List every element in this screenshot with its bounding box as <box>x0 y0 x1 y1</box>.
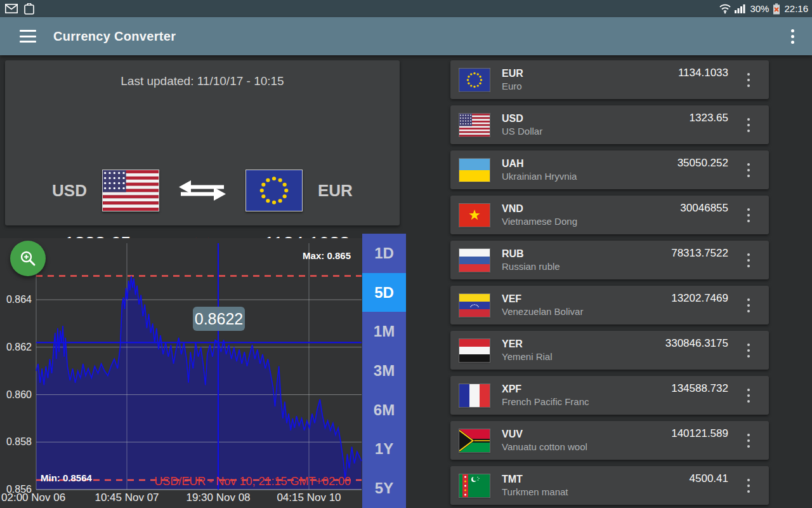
flag-ye-icon <box>459 339 490 362</box>
row-overflow-icon[interactable] <box>743 475 754 497</box>
currency-flag-icon <box>459 294 490 317</box>
currency-code: VUV <box>502 429 587 440</box>
chart-footer-label: USD/EUR - Nov 10, 21:15 GMT+02:00 <box>154 475 351 488</box>
converter-card: Last updated: 11/10/17 - 10:15 USD EUR 1… <box>5 60 400 225</box>
currency-flag-icon <box>459 114 490 137</box>
y-tick-label: 0.858 <box>0 436 32 448</box>
x-tick-label: 02:00 Nov 06 <box>1 491 65 504</box>
wifi-icon <box>719 4 731 14</box>
currency-name: Euro <box>502 81 523 91</box>
range-button-3m[interactable]: 3M <box>362 351 406 391</box>
currency-code: TMT <box>502 474 568 485</box>
currency-flag-icon <box>459 339 490 362</box>
row-overflow-icon[interactable] <box>743 250 754 271</box>
y-tick-label: 0.864 <box>0 294 32 305</box>
currency-name: French Pacific Franc <box>502 396 589 407</box>
currency-row-xpf[interactable]: XPF French Pacific Franc 134588.732 <box>450 376 769 415</box>
flag-vn-icon <box>459 204 490 227</box>
flag-vu-icon <box>459 429 490 452</box>
currency-code: VND <box>502 203 577 215</box>
currency-flag-icon <box>459 159 490 182</box>
battery-percent: 30% <box>750 3 769 14</box>
to-currency-code: EUR <box>318 181 353 201</box>
flag-ru-icon <box>459 249 490 272</box>
price-chart[interactable]: 0.8640.8620.8600.8580.856 02:00 Nov 0610… <box>0 238 362 508</box>
status-bar: 30% 22:16 <box>0 0 812 17</box>
currency-value: 78313.7522 <box>671 247 728 260</box>
currency-value: 140121.589 <box>671 427 728 440</box>
currency-code: USD <box>502 113 542 124</box>
y-tick-label: 0.862 <box>0 342 32 353</box>
app-screen: 30% 22:16 Currency Converter Last update… <box>0 0 812 508</box>
currency-value: 134588.732 <box>671 382 728 395</box>
mail-icon <box>5 4 18 13</box>
clock: 22:16 <box>784 3 808 14</box>
range-button-5y[interactable]: 5Y <box>362 469 406 508</box>
row-overflow-icon[interactable] <box>743 385 754 406</box>
currency-flag-icon <box>459 249 490 272</box>
currency-row-uah[interactable]: UAH Ukrainian Hryvnia 35050.252 <box>450 150 769 189</box>
currency-value: 330846.3175 <box>665 337 728 350</box>
currency-flag-icon <box>459 384 490 407</box>
currency-name: Russian ruble <box>502 261 560 272</box>
row-overflow-icon[interactable] <box>743 204 754 226</box>
currency-row-rub[interactable]: RUB Russian ruble 78313.7522 <box>450 241 769 279</box>
currency-row-tmt[interactable]: TMT Turkmen manat 4500.41 <box>450 466 769 505</box>
range-button-1m[interactable]: 1M <box>362 312 406 351</box>
range-button-1y[interactable]: 1Y <box>362 430 406 469</box>
flag-eu-icon <box>459 69 490 91</box>
row-overflow-icon[interactable] <box>743 295 754 316</box>
currency-value: 35050.252 <box>678 157 728 170</box>
swap-icon[interactable] <box>174 177 230 204</box>
currency-code: YER <box>502 338 553 350</box>
from-currency-flag <box>102 170 159 211</box>
currency-name: Turkmen manat <box>502 486 568 497</box>
currency-code: XPF <box>502 384 589 395</box>
currency-name: Vanuatu cotton wool <box>502 441 587 452</box>
currency-row-vnd[interactable]: VND Vietnamese Dong 30046855 <box>450 196 769 234</box>
flag-us-icon <box>103 170 159 211</box>
currency-flag-icon <box>459 474 490 497</box>
overflow-menu-icon[interactable] <box>787 25 798 48</box>
range-button-5d[interactable]: 5D <box>362 273 406 312</box>
flag-us-icon <box>459 114 490 137</box>
row-overflow-icon[interactable] <box>743 340 754 361</box>
currency-code: EUR <box>502 68 523 79</box>
row-overflow-icon[interactable] <box>743 430 754 451</box>
currency-row-vef[interactable]: VEF Venezuelan Bolivar 13202.7469 <box>450 286 769 324</box>
currency-row-usd[interactable]: USD US Dollar 1323.65 <box>450 105 769 144</box>
currency-code: VEF <box>502 293 583 305</box>
to-currency-flag <box>246 170 303 211</box>
flag-ua-icon <box>459 159 490 182</box>
currency-name: Ukrainian Hryvnia <box>502 171 577 182</box>
currency-value: 30046855 <box>680 202 728 215</box>
currency-code: UAH <box>502 158 577 170</box>
battery-x-icon <box>773 3 780 15</box>
chart-tooltip: 0.8622 <box>193 307 245 331</box>
currency-flag-icon <box>459 204 490 227</box>
magnifier-plus-icon <box>19 250 37 267</box>
page-title: Currency Converter <box>53 29 176 44</box>
signal-icon <box>735 4 746 13</box>
row-overflow-icon[interactable] <box>743 114 754 136</box>
row-overflow-icon[interactable] <box>743 69 754 91</box>
flag-tm-icon <box>459 474 490 497</box>
currency-code: RUB <box>502 248 560 260</box>
range-button-1d[interactable]: 1D <box>362 234 406 273</box>
zoom-in-button[interactable] <box>10 241 46 276</box>
currency-name: US Dollar <box>502 126 542 137</box>
menu-icon[interactable] <box>20 30 36 43</box>
currency-row-vuv[interactable]: VUV Vanuatu cotton wool 140121.589 <box>450 421 769 460</box>
x-tick-label: 04:15 Nov 10 <box>274 491 344 504</box>
range-button-6m[interactable]: 6M <box>362 391 406 430</box>
currency-row-eur[interactable]: EUR Euro 1134.1033 <box>450 60 769 99</box>
y-tick-label: 0.860 <box>0 389 32 401</box>
row-overflow-icon[interactable] <box>743 159 754 181</box>
currency-value: 4500.41 <box>690 472 728 485</box>
currency-row-yer[interactable]: YER Yemeni Rial 330846.3175 <box>450 331 769 370</box>
currency-list: EUR Euro 1134.1033 USD US Dollar 1323.65… <box>450 60 769 508</box>
from-currency-code: USD <box>52 181 87 201</box>
currency-flag-icon <box>459 69 490 91</box>
currency-value: 1134.1033 <box>678 67 728 79</box>
x-tick-label: 10:45 Nov 07 <box>92 491 162 504</box>
